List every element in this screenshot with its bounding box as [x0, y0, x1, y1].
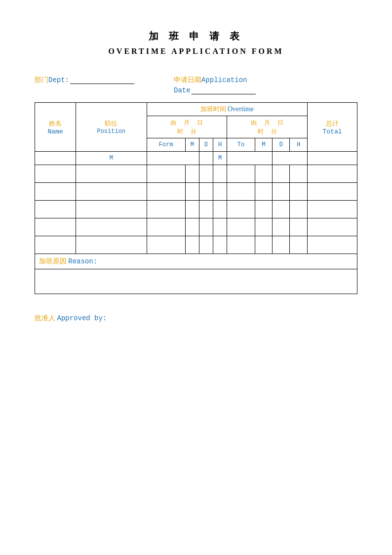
table-row — [35, 165, 357, 183]
table-row — [35, 218, 357, 236]
to-H: H — [290, 138, 308, 152]
to-To: To — [227, 138, 255, 152]
approved-label-zh: 批准人 — [35, 314, 55, 322]
title-en: OVERTIME APPLICATION FORM — [35, 47, 357, 56]
date-label-en: Date — [174, 86, 191, 94]
dept-label-zh: 部门 — [35, 76, 48, 85]
dept-field: 部门 Dept: — [35, 76, 134, 85]
date-input[interactable] — [192, 86, 256, 94]
title-zh: 加 班 申 请 表 — [35, 30, 357, 43]
table-row — [35, 201, 357, 218]
to-D: D — [273, 138, 290, 152]
from-header: 由 月 日 时 分 — [147, 116, 227, 138]
table-row — [35, 183, 357, 201]
from-D: D — [199, 138, 213, 152]
to-header: 由 月 日 时 分 — [227, 116, 308, 138]
app-date-field: 申请日期 Application Date — [174, 76, 256, 94]
dept-label-en: Dept: — [48, 76, 69, 84]
app-date-label-en: Application — [201, 76, 247, 84]
fields-row: 部门 Dept: 申请日期 Application Date — [35, 76, 357, 94]
to-M2-sub: M — [213, 152, 227, 165]
reason-row: 加班原因 Reason: — [35, 254, 357, 269]
reason-label-cell: 加班原因 Reason: — [35, 254, 357, 269]
to-M: M — [255, 138, 272, 152]
app-date-label-zh: 申请日期 — [174, 76, 201, 85]
to-M2-label — [199, 152, 213, 165]
main-table: 姓名 Name 职位 Position 加班时间 Overtime 总计 Tot… — [35, 102, 357, 294]
col-total: 总计 Total — [308, 103, 357, 152]
approved-section: 批准人 Approved by: — [35, 314, 357, 323]
approved-label-en: Approved by: — [57, 314, 107, 322]
from-H: H — [213, 138, 227, 152]
from-M2-label — [35, 152, 76, 165]
from-M: M — [185, 138, 199, 152]
col-position: 职位 Position — [76, 103, 147, 152]
reason-content-row — [35, 269, 357, 294]
overtime-header: 加班时间 Overtime — [147, 103, 307, 116]
from-form: Form — [147, 138, 185, 152]
reason-content[interactable] — [35, 269, 357, 294]
col-name: 姓名 Name — [35, 103, 76, 152]
from-M2-sub: M — [76, 152, 147, 165]
table-row — [35, 236, 357, 254]
dept-input[interactable] — [70, 76, 134, 84]
